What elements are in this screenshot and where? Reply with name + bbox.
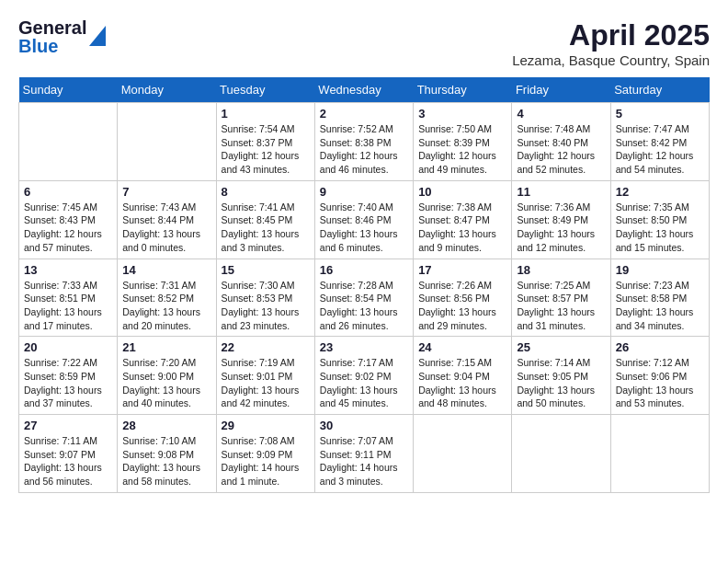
weekday-header-row: SundayMondayTuesdayWednesdayThursdayFrid… (19, 77, 710, 103)
day-number: 19 (616, 263, 704, 277)
calendar-cell: 14Sunrise: 7:31 AM Sunset: 8:52 PM Dayli… (118, 259, 216, 337)
calendar-cell: 16Sunrise: 7:28 AM Sunset: 8:54 PM Dayli… (314, 259, 413, 337)
day-info: Sunrise: 7:17 AM Sunset: 9:02 PM Dayligh… (320, 356, 408, 410)
calendar-week-row: 13Sunrise: 7:33 AM Sunset: 8:51 PM Dayli… (19, 259, 710, 337)
day-number: 24 (418, 340, 506, 354)
day-number: 12 (616, 185, 704, 199)
logo-arrow-icon (89, 26, 106, 46)
day-info: Sunrise: 7:08 AM Sunset: 9:09 PM Dayligh… (222, 434, 310, 488)
calendar-cell: 27Sunrise: 7:11 AM Sunset: 9:07 PM Dayli… (19, 415, 118, 493)
calendar-week-row: 6Sunrise: 7:45 AM Sunset: 8:43 PM Daylig… (19, 180, 710, 259)
calendar-cell: 17Sunrise: 7:26 AM Sunset: 8:56 PM Dayli… (414, 259, 512, 337)
day-number: 3 (418, 107, 506, 121)
day-number: 22 (222, 340, 310, 354)
calendar-cell: 29Sunrise: 7:08 AM Sunset: 9:09 PM Dayli… (216, 415, 314, 493)
day-number: 14 (122, 263, 210, 277)
day-info: Sunrise: 7:38 AM Sunset: 8:47 PM Dayligh… (418, 201, 506, 255)
day-number: 5 (616, 107, 704, 121)
day-info: Sunrise: 7:25 AM Sunset: 8:57 PM Dayligh… (517, 279, 605, 333)
location-title: Lezama, Basque Country, Spain (512, 52, 710, 68)
logo-blue: Blue (18, 36, 58, 56)
day-info: Sunrise: 7:40 AM Sunset: 8:46 PM Dayligh… (320, 201, 408, 255)
svg-marker-0 (89, 26, 106, 46)
day-info: Sunrise: 7:26 AM Sunset: 8:56 PM Dayligh… (418, 279, 506, 333)
calendar-cell: 23Sunrise: 7:17 AM Sunset: 9:02 PM Dayli… (314, 337, 413, 415)
logo-general: General (18, 17, 86, 38)
calendar-cell: 6Sunrise: 7:45 AM Sunset: 8:43 PM Daylig… (19, 180, 118, 259)
calendar-cell (118, 103, 216, 181)
day-info: Sunrise: 7:15 AM Sunset: 9:04 PM Dayligh… (418, 356, 506, 410)
day-info: Sunrise: 7:45 AM Sunset: 8:43 PM Dayligh… (24, 201, 112, 255)
calendar-cell: 4Sunrise: 7:48 AM Sunset: 8:40 PM Daylig… (512, 103, 610, 181)
calendar-cell (512, 415, 610, 493)
calendar-cell: 28Sunrise: 7:10 AM Sunset: 9:08 PM Dayli… (118, 415, 216, 493)
calendar-cell: 26Sunrise: 7:12 AM Sunset: 9:06 PM Dayli… (610, 337, 709, 415)
day-info: Sunrise: 7:50 AM Sunset: 8:39 PM Dayligh… (418, 122, 506, 177)
month-title: April 2025 (512, 18, 710, 52)
page-header: General Blue April 2025 Lezama, Basque C… (18, 18, 710, 68)
day-number: 17 (418, 263, 506, 277)
day-info: Sunrise: 7:43 AM Sunset: 8:44 PM Dayligh… (122, 201, 210, 255)
day-info: Sunrise: 7:12 AM Sunset: 9:06 PM Dayligh… (616, 356, 704, 410)
day-info: Sunrise: 7:48 AM Sunset: 8:40 PM Dayligh… (517, 122, 605, 177)
day-number: 27 (24, 419, 112, 432)
day-number: 6 (24, 185, 112, 199)
calendar-cell: 20Sunrise: 7:22 AM Sunset: 8:59 PM Dayli… (19, 337, 118, 415)
day-info: Sunrise: 7:52 AM Sunset: 8:38 PM Dayligh… (320, 122, 408, 177)
calendar-cell: 19Sunrise: 7:23 AM Sunset: 8:58 PM Dayli… (610, 259, 709, 337)
calendar-cell: 24Sunrise: 7:15 AM Sunset: 9:04 PM Dayli… (414, 337, 512, 415)
weekday-header: Thursday (414, 77, 512, 103)
calendar-cell (610, 415, 709, 493)
title-block: April 2025 Lezama, Basque Country, Spain (512, 18, 710, 68)
calendar-cell (19, 103, 118, 181)
calendar-table: SundayMondayTuesdayWednesdayThursdayFrid… (18, 77, 710, 493)
day-number: 1 (222, 107, 310, 121)
weekday-header: Tuesday (216, 77, 314, 103)
day-info: Sunrise: 7:41 AM Sunset: 8:45 PM Dayligh… (222, 201, 310, 255)
calendar-cell (414, 415, 512, 493)
day-info: Sunrise: 7:23 AM Sunset: 8:58 PM Dayligh… (616, 279, 704, 333)
weekday-header: Friday (512, 77, 610, 103)
calendar-week-row: 20Sunrise: 7:22 AM Sunset: 8:59 PM Dayli… (19, 337, 710, 415)
logo: General Blue (18, 18, 106, 55)
calendar-cell: 18Sunrise: 7:25 AM Sunset: 8:57 PM Dayli… (512, 259, 610, 337)
day-number: 25 (517, 340, 605, 354)
calendar-cell: 25Sunrise: 7:14 AM Sunset: 9:05 PM Dayli… (512, 337, 610, 415)
calendar-cell: 30Sunrise: 7:07 AM Sunset: 9:11 PM Dayli… (314, 415, 413, 493)
day-number: 8 (222, 185, 310, 199)
day-info: Sunrise: 7:14 AM Sunset: 9:05 PM Dayligh… (517, 356, 605, 410)
day-number: 28 (122, 419, 210, 432)
day-number: 10 (418, 185, 506, 199)
day-number: 2 (320, 107, 408, 121)
day-info: Sunrise: 7:31 AM Sunset: 8:52 PM Dayligh… (122, 279, 210, 333)
day-info: Sunrise: 7:35 AM Sunset: 8:50 PM Dayligh… (616, 201, 704, 255)
calendar-cell: 7Sunrise: 7:43 AM Sunset: 8:44 PM Daylig… (118, 180, 216, 259)
day-info: Sunrise: 7:47 AM Sunset: 8:42 PM Dayligh… (616, 122, 704, 177)
calendar-cell: 15Sunrise: 7:30 AM Sunset: 8:53 PM Dayli… (216, 259, 314, 337)
calendar-cell: 9Sunrise: 7:40 AM Sunset: 8:46 PM Daylig… (314, 180, 413, 259)
day-info: Sunrise: 7:28 AM Sunset: 8:54 PM Dayligh… (320, 279, 408, 333)
calendar-cell: 1Sunrise: 7:54 AM Sunset: 8:37 PM Daylig… (216, 103, 314, 181)
day-number: 4 (517, 107, 605, 121)
calendar-cell: 13Sunrise: 7:33 AM Sunset: 8:51 PM Dayli… (19, 259, 118, 337)
calendar-week-row: 1Sunrise: 7:54 AM Sunset: 8:37 PM Daylig… (19, 103, 710, 181)
calendar-cell: 21Sunrise: 7:20 AM Sunset: 9:00 PM Dayli… (118, 337, 216, 415)
weekday-header: Wednesday (314, 77, 413, 103)
day-number: 7 (122, 185, 210, 199)
calendar-cell: 5Sunrise: 7:47 AM Sunset: 8:42 PM Daylig… (610, 103, 709, 181)
day-info: Sunrise: 7:30 AM Sunset: 8:53 PM Dayligh… (222, 279, 310, 333)
calendar-cell: 2Sunrise: 7:52 AM Sunset: 8:38 PM Daylig… (314, 103, 413, 181)
day-info: Sunrise: 7:22 AM Sunset: 8:59 PM Dayligh… (24, 356, 112, 410)
day-number: 16 (320, 263, 408, 277)
calendar-cell: 11Sunrise: 7:36 AM Sunset: 8:49 PM Dayli… (512, 180, 610, 259)
day-number: 20 (24, 340, 112, 354)
day-info: Sunrise: 7:20 AM Sunset: 9:00 PM Dayligh… (122, 356, 210, 410)
calendar-cell: 8Sunrise: 7:41 AM Sunset: 8:45 PM Daylig… (216, 180, 314, 259)
day-info: Sunrise: 7:10 AM Sunset: 9:08 PM Dayligh… (122, 434, 210, 488)
day-number: 23 (320, 340, 408, 354)
weekday-header: Sunday (19, 77, 118, 103)
day-number: 9 (320, 185, 408, 199)
day-info: Sunrise: 7:07 AM Sunset: 9:11 PM Dayligh… (320, 434, 408, 488)
day-number: 21 (122, 340, 210, 354)
calendar-cell: 10Sunrise: 7:38 AM Sunset: 8:47 PM Dayli… (414, 180, 512, 259)
